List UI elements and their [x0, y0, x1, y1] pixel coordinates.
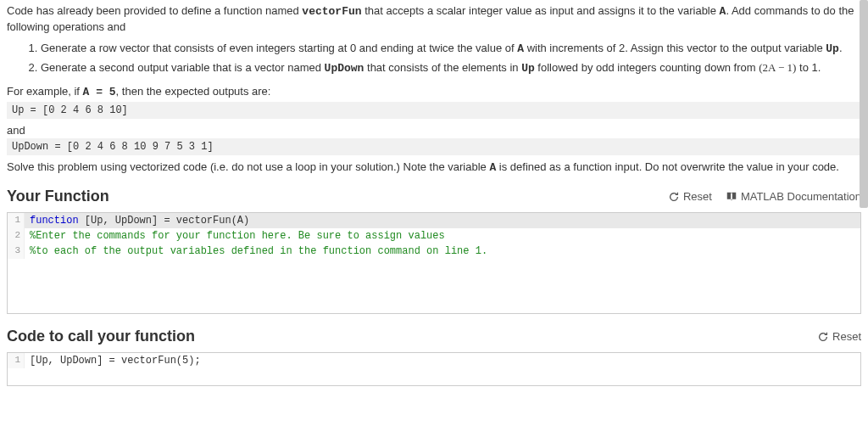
your-function-title: Your Function: [7, 188, 109, 205]
code-rest: [Up, UpDown] = vectorFun(A): [79, 215, 250, 227]
matlab-doc-link[interactable]: MATLAB Documentation: [726, 190, 861, 203]
solve-note: Solve this problem using vectorized code…: [7, 160, 861, 174]
note-t2: is defined as a function input. Do not o…: [496, 160, 839, 173]
step-2: Generate a second output variable that i…: [41, 59, 861, 77]
call-editor[interactable]: 1 [Up, UpDown] = vectorFun(5);: [7, 352, 861, 386]
step2-t4: to 1.: [796, 61, 821, 74]
code-line-1[interactable]: function [Up, UpDown] = vectorFun(A): [25, 213, 860, 228]
ex-prefix: For example, if: [7, 85, 83, 98]
call-function-header: Code to call your function Reset: [7, 328, 861, 345]
vertical-scrollbar[interactable]: [860, 0, 868, 208]
comment: %Enter the commands for your function he…: [30, 230, 445, 242]
call-function-title: Code to call your function: [7, 328, 195, 345]
step2-math: (2A − 1): [759, 61, 796, 74]
step2-b1: UpDown: [325, 62, 364, 75]
step2-t3: followed by odd integers counting down f…: [535, 61, 760, 74]
step1-t3: .: [839, 42, 843, 54]
keyword: function: [30, 215, 79, 227]
line-number: 1: [8, 353, 25, 368]
reset-button-2[interactable]: Reset: [817, 330, 861, 343]
step-1: Generate a row vector that consists of e…: [41, 40, 861, 58]
book-icon: [726, 191, 737, 203]
example-up-code: Up = [0 2 4 6 8 10]: [7, 102, 861, 119]
example-and: and: [7, 124, 861, 137]
reset-button[interactable]: Reset: [668, 190, 712, 203]
call-code: [Up, UpDown] = vectorFun(5);: [30, 355, 201, 367]
line-number: 2: [8, 228, 25, 244]
steps-list: Generate a row vector that consists of e…: [41, 40, 861, 76]
reset-icon: [817, 331, 829, 343]
editor-line[interactable]: 1 [Up, UpDown] = vectorFun(5);: [8, 353, 860, 368]
step2-b2: Up: [521, 62, 535, 75]
step1-t1: Generate a row vector that consists of e…: [41, 42, 517, 54]
step1-b2: Up: [826, 42, 839, 55]
code-line-3[interactable]: %to each of the output variables defined…: [25, 244, 860, 259]
code-line-2[interactable]: %Enter the commands for your function he…: [25, 228, 860, 244]
reset-label-2: Reset: [832, 330, 861, 343]
function-editor[interactable]: 1 function [Up, UpDown] = vectorFun(A) 2…: [7, 212, 861, 314]
step2-t2: that consists of the elements in: [364, 61, 521, 74]
step1-b1: A: [517, 42, 524, 55]
problem-intro: Code has already been provided to define…: [7, 3, 861, 35]
intro-prefix: Code has already been provided to define…: [7, 4, 302, 17]
intro-fn-name: vectorFun: [302, 5, 361, 18]
line-number: 1: [8, 213, 25, 228]
step1-t2: with increments of 2. Assign this vector…: [524, 42, 826, 54]
ex-eq: A = 5: [83, 86, 116, 98]
note-t1: Solve this problem using vectorized code…: [7, 160, 489, 173]
comment: %to each of the output variables defined…: [30, 245, 487, 257]
reset-label: Reset: [683, 190, 712, 203]
call-code-line[interactable]: [Up, UpDown] = vectorFun(5);: [25, 353, 860, 368]
line-number: 3: [8, 244, 25, 259]
example-updown-code: UpDown = [0 2 4 6 8 10 9 7 5 3 1]: [7, 138, 861, 155]
your-function-header: Your Function Reset MATLAB Documentation: [7, 188, 861, 205]
editor-line[interactable]: 1 function [Up, UpDown] = vectorFun(A): [8, 213, 860, 228]
step2-t1: Generate a second output variable that i…: [41, 61, 325, 74]
matlab-doc-label: MATLAB Documentation: [741, 190, 861, 203]
intro-mid: that accepts a scalar integer value as i…: [362, 4, 720, 17]
ex-suffix: , then the expected outputs are:: [116, 85, 271, 98]
example-intro: For example, if A = 5, then the expected…: [7, 85, 861, 98]
editor-line[interactable]: 2 %Enter the commands for your function …: [8, 228, 860, 244]
reset-icon: [668, 191, 680, 203]
editor-line[interactable]: 3 %to each of the output variables defin…: [8, 244, 860, 259]
